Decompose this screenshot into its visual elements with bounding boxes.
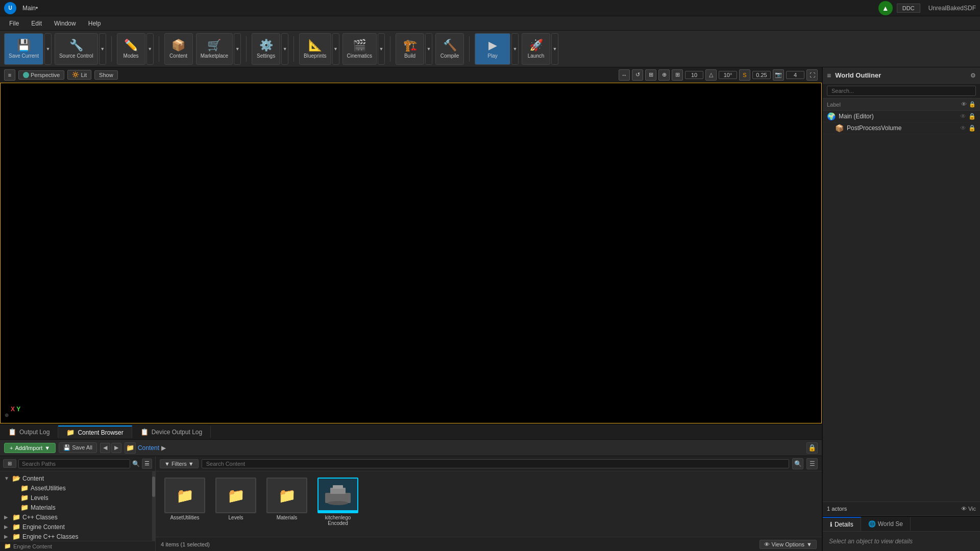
menu-window[interactable]: Window bbox=[49, 19, 81, 28]
search-content-icon-btn[interactable]: 🔍 bbox=[792, 458, 803, 469]
modes-arrow[interactable]: ▼ bbox=[146, 33, 154, 65]
grid-value-field[interactable]: 10 bbox=[685, 71, 703, 79]
postprocess-visibility-icon: 👁 bbox=[960, 124, 966, 132]
asset-item-asset-utilities[interactable]: 📁 AssetUtilities bbox=[162, 478, 208, 526]
tab-content-browser[interactable]: 📁 Content Browser bbox=[58, 425, 132, 438]
menu-edit[interactable]: Edit bbox=[26, 19, 47, 28]
lit-button[interactable]: 🔆 Lit bbox=[67, 70, 91, 80]
tree-item-materials[interactable]: 📁 Materials bbox=[8, 503, 155, 512]
menu-file[interactable]: File bbox=[4, 19, 24, 28]
scale-btn[interactable]: ⊞ bbox=[645, 69, 656, 81]
viewport-menu-btn[interactable]: ≡ bbox=[4, 69, 15, 81]
folder-icon-btn[interactable]: 📁 bbox=[125, 442, 136, 454]
perspective-button[interactable]: Perspective bbox=[18, 70, 64, 80]
settings-button[interactable]: ⚙️ Settings bbox=[252, 33, 280, 65]
view-actors-icon: 👁 bbox=[961, 506, 967, 512]
grid-snap-btn[interactable]: ⊞ bbox=[672, 69, 683, 81]
filters-button[interactable]: ▼ Filters ▼ bbox=[160, 459, 199, 468]
asset-item-levels[interactable]: 📁 Levels bbox=[213, 478, 259, 526]
separator2 bbox=[159, 36, 159, 62]
tree-item-levels[interactable]: 📁 Levels bbox=[8, 493, 155, 503]
lock-icon: 🔒 bbox=[968, 113, 976, 120]
save-dropdown-arrow[interactable]: ▼ bbox=[44, 33, 52, 65]
project-name: UnrealBakedSDF bbox=[928, 5, 976, 12]
tree-item-engine-cpp-classes[interactable]: ▶ 📁 Engine C++ Classes bbox=[0, 532, 155, 541]
actors-view-btn[interactable]: 👁 Vic bbox=[961, 506, 976, 512]
modes-button[interactable]: ✏️ Modes bbox=[117, 33, 145, 65]
tree-item-cpp-classes[interactable]: ▶ 📁 C++ Classes bbox=[0, 512, 155, 522]
show-button[interactable]: Show bbox=[94, 70, 118, 80]
tree-item-asset-utilities[interactable]: 📁 AssetUtilities bbox=[8, 483, 155, 493]
settings-arrow[interactable]: ▼ bbox=[281, 33, 288, 65]
outliner-item-postprocess[interactable]: 📦 PostProcessVolume 👁 🔒 bbox=[823, 122, 980, 134]
nav-forward-button[interactable]: ▶ bbox=[111, 443, 121, 453]
tree-children-content: 📁 AssetUtilities 📁 Levels bbox=[0, 483, 155, 512]
viewport-toolbar: ≡ Perspective 🔆 Lit Show ↔ ↺ ⊞ ⊕ ⊞ 10 △ … bbox=[0, 67, 822, 83]
details-tab-details[interactable]: ℹ Details bbox=[823, 517, 861, 531]
content-options-btn[interactable]: ☰ bbox=[806, 458, 818, 469]
asset-item-materials[interactable]: 📁 Materials bbox=[264, 478, 310, 526]
build-button[interactable]: 🏗️ Build bbox=[396, 33, 424, 65]
menu-bar: File Edit Window Help bbox=[0, 16, 980, 31]
source-control-arrow[interactable]: ▼ bbox=[99, 33, 106, 65]
compile-button[interactable]: 🔨 Compile bbox=[435, 33, 464, 65]
cinematics-arrow[interactable]: ▼ bbox=[378, 33, 385, 65]
maximize-btn[interactable]: ⛶ bbox=[806, 69, 818, 81]
launch-arrow[interactable]: ▼ bbox=[551, 33, 558, 65]
outliner-settings-btn[interactable]: ⚙ bbox=[970, 72, 976, 79]
outliner-item-main[interactable]: 🌍 Main (Editor) 👁 🔒 bbox=[823, 111, 980, 122]
lock-button[interactable]: 🔒 bbox=[806, 442, 818, 454]
nav-back-button[interactable]: ◀ bbox=[100, 443, 110, 453]
menu-help[interactable]: Help bbox=[83, 19, 106, 28]
save-current-button[interactable]: 💾 Save Current bbox=[4, 33, 43, 65]
search-content-input[interactable] bbox=[202, 459, 789, 468]
marketplace-icon: 🛒 bbox=[207, 39, 221, 52]
tree-item-content[interactable]: ▼ 📂 Content bbox=[0, 473, 155, 483]
sidebar-list-view-btn[interactable]: ☰ bbox=[142, 459, 152, 469]
sidebar-scrollbar[interactable] bbox=[152, 471, 155, 541]
folder-icon: 📁 bbox=[176, 487, 194, 504]
grid-angle-field[interactable]: 10° bbox=[719, 71, 737, 79]
settings-icon: ⚙️ bbox=[259, 39, 273, 52]
marketplace-arrow[interactable]: ▼ bbox=[234, 33, 241, 65]
asset-item-kitchenlego[interactable]: kitchenlegoEncoded bbox=[315, 478, 361, 526]
add-import-arrow: ▼ bbox=[44, 445, 50, 451]
content-browser-icon: 📁 bbox=[66, 429, 75, 436]
build-icon: 🏗️ bbox=[403, 39, 417, 52]
marketplace-button[interactable]: 🛒 Marketplace bbox=[196, 33, 233, 65]
save-all-button[interactable]: 💾 Save All bbox=[59, 442, 97, 453]
surface-snap-btn[interactable]: ⊕ bbox=[658, 69, 670, 81]
main-tab[interactable]: Main• bbox=[22, 5, 38, 12]
scale-snap-btn[interactable]: S bbox=[739, 69, 750, 81]
play-button[interactable]: ▶ Play bbox=[475, 33, 510, 65]
play-arrow[interactable]: ▼ bbox=[511, 33, 519, 65]
angle-snap-btn[interactable]: △ bbox=[705, 69, 717, 81]
world-outliner-header: ≡ World Outliner ⚙ bbox=[823, 67, 980, 84]
launch-button[interactable]: 🚀 Launch bbox=[522, 33, 550, 65]
rotate-btn[interactable]: ↺ bbox=[632, 69, 643, 81]
viewport[interactable]: X Y ⊕ bbox=[0, 83, 822, 423]
blueprints-button[interactable]: 📐 Blueprints bbox=[299, 33, 331, 65]
tab-device-output-log[interactable]: 📋 Device Output Log bbox=[132, 426, 211, 438]
camera-speed-btn[interactable]: 📷 bbox=[773, 69, 784, 81]
add-import-button[interactable]: + Add/Import ▼ bbox=[4, 443, 56, 453]
view-options-button[interactable]: 👁 View Options ▼ bbox=[760, 540, 817, 549]
cinematics-button[interactable]: 🎬 Cinematics bbox=[342, 33, 377, 65]
camera-speed-field[interactable]: 4 bbox=[786, 71, 804, 79]
scale-value-field[interactable]: 0.25 bbox=[752, 71, 771, 79]
source-control-button[interactable]: 🔧 Source Control bbox=[55, 33, 98, 65]
build-arrow[interactable]: ▼ bbox=[425, 33, 432, 65]
tree-item-engine-content[interactable]: ▶ 📁 Engine Content bbox=[0, 522, 155, 532]
content-button[interactable]: 📦 Content bbox=[164, 33, 193, 65]
sidebar-filter-btn[interactable]: ⊞ bbox=[3, 459, 16, 468]
svg-point-3 bbox=[328, 501, 348, 505]
ddc-button[interactable]: DDC bbox=[897, 4, 920, 13]
translate-btn[interactable]: ↔ bbox=[619, 69, 630, 81]
right-panel: ≡ World Outliner ⚙ Label 👁 🔒 🌍 Main (Edi… bbox=[822, 67, 980, 551]
details-tab-world-settings[interactable]: 🌐 World Se bbox=[861, 517, 911, 531]
outliner-search-input[interactable] bbox=[827, 86, 976, 96]
search-paths-input[interactable] bbox=[18, 459, 130, 468]
engine-content-footer[interactable]: 📁 Engine Content bbox=[0, 541, 155, 551]
tab-output-log[interactable]: 📋 Output Log bbox=[0, 426, 58, 438]
blueprints-arrow[interactable]: ▼ bbox=[332, 33, 339, 65]
